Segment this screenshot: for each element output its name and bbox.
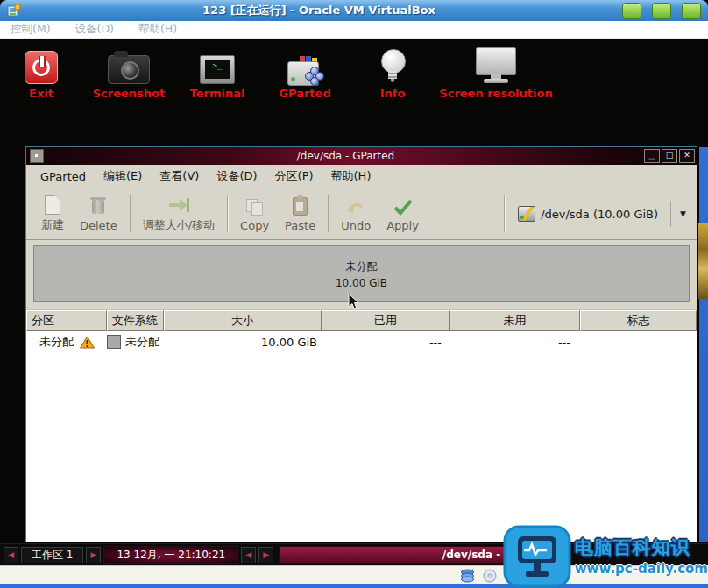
workspace-indicator[interactable]: 工作区 1 bbox=[21, 547, 83, 563]
partition-table-empty-area bbox=[26, 352, 697, 542]
vbox-minimize-button[interactable] bbox=[622, 3, 641, 19]
toolbar-paste-button[interactable]: Paste bbox=[277, 194, 323, 235]
toolbar-separator bbox=[328, 195, 329, 232]
header-filesystem[interactable]: 文件系统 bbox=[107, 310, 164, 331]
desktop-icon-label: Exit bbox=[2, 87, 81, 100]
gparted-window: /dev/sda - GParted ▁ □ ✕ GParted 编辑(E) 查… bbox=[26, 147, 697, 542]
watermark: 电脑百科知识 www.pc-daily.com bbox=[503, 525, 708, 588]
menu-edit[interactable]: 编辑(E) bbox=[95, 168, 151, 184]
cell-partition: 未分配 bbox=[26, 331, 107, 352]
desktop-icon-gparted[interactable]: GParted bbox=[266, 42, 344, 100]
cell-size: 10.00 GiB bbox=[164, 331, 322, 352]
toolbar-new-button[interactable]: 新建 bbox=[33, 192, 72, 236]
terminal-icon: >_ bbox=[200, 55, 235, 84]
header-used[interactable]: 已用 bbox=[322, 310, 450, 331]
menu-device[interactable]: 设备(D) bbox=[208, 168, 266, 184]
gparted-maximize-button[interactable]: □ bbox=[662, 149, 677, 163]
hdd-activity-icon[interactable] bbox=[460, 569, 475, 583]
vbox-menu-machine[interactable]: 控制(M) bbox=[11, 22, 51, 37]
workspace-next-icon[interactable]: ▶ bbox=[86, 547, 101, 563]
header-unused[interactable]: 未用 bbox=[450, 310, 580, 331]
vbox-menu-devices[interactable]: 设备(D) bbox=[75, 22, 114, 37]
monitor-icon bbox=[474, 47, 518, 84]
desktop-icon-label: Screen resolution bbox=[435, 87, 557, 100]
cell-unused: --- bbox=[450, 331, 580, 352]
device-selector[interactable]: /dev/sda (10.00 GiB) ▼ bbox=[509, 196, 697, 231]
gparted-toolbar: 新建 Delete 调整大小/移动 Copy Paste bbox=[26, 188, 697, 240]
combo-separator bbox=[670, 201, 671, 227]
watermark-logo-icon bbox=[503, 525, 571, 588]
partition-table-header: 分区 文件系统 大小 已用 未用 标志 bbox=[26, 310, 697, 331]
tasklist-next-icon[interactable]: ▶ bbox=[258, 547, 273, 563]
cell-filesystem: 未分配 bbox=[107, 331, 164, 352]
gparted-menubar: GParted 编辑(E) 查看(V) 设备(D) 分区(P) 帮助(H) bbox=[26, 165, 697, 188]
gparted-titlebar[interactable]: /dev/sda - GParted ▁ □ ✕ bbox=[26, 147, 697, 165]
gparted-window-title: /dev/sda - GParted bbox=[47, 150, 644, 162]
virtualbox-logo-icon bbox=[7, 4, 21, 18]
paste-icon bbox=[293, 197, 308, 216]
disk-device-icon bbox=[518, 206, 535, 222]
warning-icon bbox=[80, 336, 95, 349]
toolbar-delete-button[interactable]: Delete bbox=[72, 194, 125, 235]
desktop-icon-screenshot[interactable]: Screenshot bbox=[89, 42, 168, 100]
resize-move-icon bbox=[167, 196, 190, 214]
power-icon bbox=[25, 51, 58, 84]
watermark-url: www.pc-daily.com bbox=[575, 561, 708, 577]
toolbar-separator bbox=[227, 195, 228, 232]
partition-visual-size: 10.00 GiB bbox=[336, 277, 387, 289]
workspace-prev-icon[interactable]: ◀ bbox=[4, 547, 18, 563]
menu-partition[interactable]: 分区(P) bbox=[266, 168, 322, 184]
lightbulb-icon bbox=[381, 49, 404, 84]
window-menu-icon[interactable] bbox=[30, 149, 44, 163]
gparted-minimize-button[interactable]: ▁ bbox=[644, 149, 660, 163]
header-size[interactable]: 大小 bbox=[164, 310, 322, 331]
vbox-maximize-button[interactable] bbox=[652, 3, 671, 19]
vbox-menubar: 控制(M) 设备(D) 帮助(H) bbox=[0, 21, 708, 39]
desktop-icon-label: Screenshot bbox=[89, 87, 168, 100]
tasklist-prev-icon[interactable]: ◀ bbox=[241, 547, 256, 563]
partition-visual-canvas: 未分配 10.00 GiB bbox=[26, 240, 697, 310]
gparted-close-button[interactable]: ✕ bbox=[679, 149, 695, 163]
toolbar-separator bbox=[130, 195, 131, 232]
new-partition-icon bbox=[45, 195, 60, 215]
desktop-icon-info[interactable]: Info bbox=[356, 42, 429, 100]
partition-table-row[interactable]: 未分配 未分配 10.00 GiB --- --- bbox=[26, 331, 697, 352]
chevron-down-icon[interactable]: ▼ bbox=[676, 209, 690, 218]
vbox-close-button[interactable] bbox=[682, 3, 701, 19]
cd-activity-icon[interactable] bbox=[483, 569, 497, 583]
host-desktop-icon-fragment bbox=[698, 223, 708, 299]
mouse-cursor bbox=[348, 293, 360, 311]
trash-icon bbox=[92, 200, 104, 214]
host-desktop-sliver bbox=[699, 147, 708, 542]
desktop-icon-label: Info bbox=[356, 87, 429, 100]
screenshot-root: { "vbox": { "title": "123 [正在运行] - Oracl… bbox=[0, 0, 708, 588]
camera-icon bbox=[108, 55, 150, 84]
menu-view[interactable]: 查看(V) bbox=[151, 168, 208, 184]
vbox-menu-help[interactable]: 帮助(H) bbox=[138, 22, 177, 37]
menu-help[interactable]: 帮助(H) bbox=[322, 168, 380, 184]
desktop-icon-label: GParted bbox=[266, 87, 344, 100]
taskbar-clock: 13 12月, 一 21:10:21 bbox=[103, 546, 238, 564]
cell-flags bbox=[580, 331, 697, 352]
toolbar-apply-button[interactable]: Apply bbox=[379, 194, 427, 235]
apply-check-icon bbox=[393, 198, 414, 216]
vbox-titlebar: 123 [正在运行] - Oracle VM VirtualBox bbox=[0, 0, 708, 21]
filesystem-color-swatch bbox=[107, 335, 121, 349]
copy-icon bbox=[246, 199, 264, 215]
desktop-icon-label: Terminal bbox=[178, 87, 257, 100]
partition-visual-name: 未分配 bbox=[346, 259, 378, 274]
partition-visual-unallocated[interactable]: 未分配 10.00 GiB bbox=[33, 245, 690, 302]
toolbar-copy-button[interactable]: Copy bbox=[232, 194, 277, 235]
header-flags[interactable]: 标志 bbox=[580, 310, 697, 331]
vbox-window-title: 123 [正在运行] - Oracle VM VirtualBox bbox=[26, 3, 612, 18]
header-partition[interactable]: 分区 bbox=[26, 310, 107, 331]
device-selector-value: /dev/sda (10.00 GiB) bbox=[541, 208, 658, 221]
desktop-icon-screen-resolution[interactable]: Screen resolution bbox=[435, 42, 557, 100]
toolbar-separator bbox=[504, 195, 505, 232]
menu-gparted[interactable]: GParted bbox=[32, 170, 95, 183]
gparted-drive-icon bbox=[287, 56, 322, 84]
toolbar-undo-button[interactable]: Undo bbox=[333, 194, 379, 235]
toolbar-resize-button[interactable]: 调整大小/移动 bbox=[135, 192, 223, 236]
desktop-icon-terminal[interactable]: >_ Terminal bbox=[178, 42, 257, 100]
desktop-icon-exit[interactable]: Exit bbox=[2, 42, 81, 100]
